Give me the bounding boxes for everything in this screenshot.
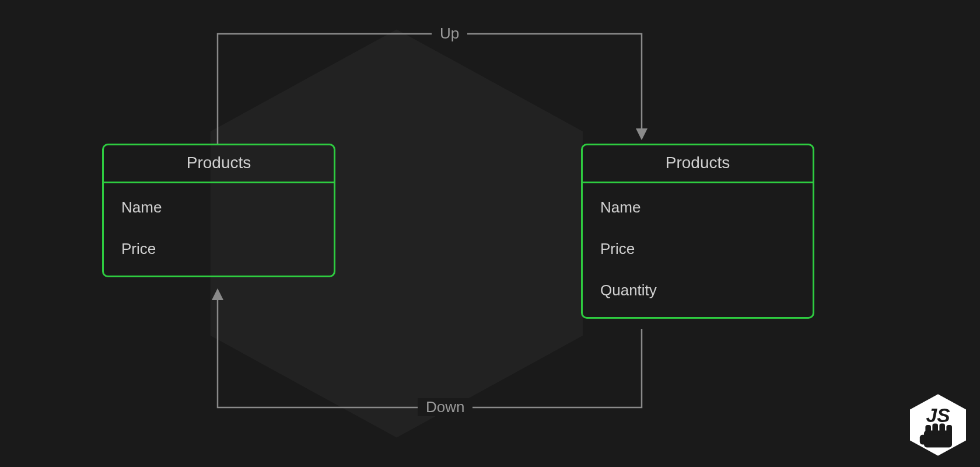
field-quantity: Quantity [600, 281, 795, 299]
entity-title: Products [583, 145, 813, 183]
down-label: Down [418, 398, 473, 416]
svg-rect-8 [939, 424, 945, 435]
entity-products-after: Products Name Price Quantity [581, 144, 814, 319]
svg-rect-10 [920, 435, 927, 445]
svg-text:JS: JS [926, 405, 950, 426]
entity-products-before: Products Name Price [102, 144, 335, 277]
entity-fields: Name Price [104, 183, 334, 276]
entity-fields: Name Price Quantity [583, 183, 813, 317]
svg-rect-7 [932, 424, 938, 435]
up-label: Up [432, 25, 467, 43]
field-price: Price [121, 240, 316, 258]
field-name: Name [121, 198, 316, 217]
svg-rect-9 [946, 425, 952, 435]
entity-title: Products [104, 145, 334, 183]
field-name: Name [600, 198, 795, 217]
nodejs-fist-logo-icon: JS [903, 390, 973, 460]
svg-marker-2 [212, 288, 223, 300]
field-price: Price [600, 240, 795, 258]
svg-rect-6 [925, 425, 931, 435]
svg-marker-1 [636, 128, 648, 140]
